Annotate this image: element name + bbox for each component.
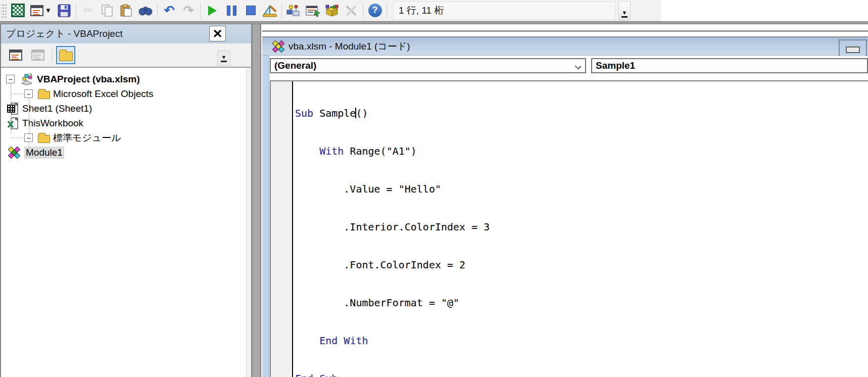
toolbar-separator [157, 3, 158, 18]
toggle-folders-button[interactable] [56, 46, 75, 64]
collapse-icon[interactable]: − [6, 75, 15, 83]
code-line[interactable]: .Font.ColorIndex = 2 [295, 259, 868, 271]
tree-item-label[interactable]: Microsoft Excel Objects [53, 88, 154, 100]
object-browser-icon[interactable] [323, 2, 341, 19]
project-panel-title: プロジェクト - VBAProject [6, 27, 123, 40]
view-object-button [28, 46, 47, 64]
vbaproject-icon [20, 73, 34, 85]
tree-connector [11, 83, 11, 134]
code-line[interactable]: End Sub [295, 372, 868, 377]
tree-item-label[interactable]: 標準モジュール [53, 131, 121, 145]
stop-icon[interactable] [242, 2, 259, 19]
find-icon[interactable] [137, 2, 154, 19]
collapse-icon[interactable]: − [24, 89, 33, 98]
toolbar-separator [387, 3, 387, 18]
margin-indicator-bar[interactable] [271, 81, 292, 377]
close-icon[interactable]: ✕ [209, 26, 226, 41]
toolbar-separator [363, 3, 363, 18]
object-dropdown-value: (General) [274, 60, 316, 71]
help-icon[interactable]: ? [366, 2, 383, 19]
code-window-client: (General) Sample1 Sub Sample() With Rang… [269, 56, 868, 377]
cut-icon: ✂ [79, 2, 97, 19]
view-code-button[interactable] [6, 46, 25, 64]
toolbar-grip[interactable] [1, 3, 7, 18]
window-frame [262, 30, 868, 32]
design-mode-icon[interactable] [261, 2, 278, 19]
project-tree: − VBAProject (vba.xlsm) − Microsoft Exce… [2, 69, 246, 377]
pause-icon[interactable] [223, 2, 240, 19]
code-line[interactable]: With Range("A1") [295, 145, 868, 158]
chevron-down-icon: ▼ [622, 10, 628, 16]
project-panel-scroll-track[interactable] [246, 24, 251, 377]
minimize-icon [846, 46, 860, 53]
view-object-dropdown-caret-icon[interactable]: ▼ [45, 7, 52, 14]
project-explorer-icon[interactable] [285, 2, 302, 19]
code-line[interactable]: .Interior.ColorIndex = 3 [295, 221, 868, 233]
module-icon [7, 147, 21, 159]
toolbox-icon [343, 2, 360, 19]
tree-connector [29, 108, 52, 109]
tree-item-label[interactable]: VBAProject (vba.xlsm) [37, 74, 140, 85]
code-line[interactable]: Sub Sample() [295, 107, 868, 120]
folder-icon [38, 135, 50, 143]
code-text[interactable]: Sub Sample() With Range("A1") .Value = "… [295, 82, 868, 377]
panel-splitter[interactable] [253, 24, 261, 377]
code-window: vba.xlsm - Module1 (コード) (General) Sampl… [262, 30, 868, 377]
tree-item-vbaproject[interactable]: − VBAProject (vba.xlsm) [2, 72, 246, 86]
code-window-title: vba.xlsm - Module1 (コード) [288, 40, 410, 53]
excel-icon[interactable] [9, 2, 26, 19]
tree-connector [29, 123, 52, 123]
toolbar-overflow-button[interactable]: ▼ [618, 1, 631, 20]
tree-connector [11, 93, 23, 94]
code-line[interactable]: .NumberFormat = "@" [295, 297, 868, 309]
tree-connector [29, 152, 52, 153]
project-panel-toolbar [1, 43, 251, 68]
tree-connector [29, 98, 29, 134]
folder-icon [38, 91, 50, 99]
worksheet-icon [7, 103, 19, 115]
project-explorer-panel: プロジェクト - VBAProject ✕ ▼ − VBAProjec [0, 24, 253, 377]
workbook-icon [7, 117, 19, 129]
toolbar-separator [281, 3, 282, 18]
toolbar-separator [76, 3, 76, 18]
project-panel-overflow-button[interactable]: ▼ [217, 51, 230, 66]
view-object-icon[interactable]: ▼ [28, 2, 54, 19]
save-icon[interactable] [56, 2, 73, 19]
object-dropdown[interactable]: (General) [270, 58, 586, 73]
chevron-down-icon: ▼ [221, 55, 227, 60]
paste-icon[interactable] [118, 2, 135, 19]
tree-item-excel-objects[interactable]: − Microsoft Excel Objects [2, 86, 246, 101]
margin-separator [292, 81, 293, 377]
procedure-dropdown[interactable]: Sample1 [591, 58, 868, 73]
window-frame [262, 56, 269, 377]
redo-icon: ↷ [180, 2, 197, 19]
toolbar-separator [52, 48, 52, 62]
copy-icon [99, 2, 116, 19]
properties-window-icon[interactable] [304, 2, 321, 19]
tree-connector [11, 137, 23, 138]
cursor-position-status: 1 行, 11 桁 [393, 2, 615, 20]
procedure-dropdown-value: Sample1 [596, 60, 635, 71]
code-line[interactable]: .Value = "Hello" [295, 183, 868, 196]
code-editor[interactable]: Sub Sample() With Range("A1") .Value = "… [270, 80, 868, 377]
module-icon [271, 40, 285, 53]
tree-item-standard-modules[interactable]: − 標準モジュール [2, 130, 246, 145]
main-toolbar: ▼ ✂ ↶ ↷ [0, 0, 661, 21]
toolbar-separator [200, 3, 201, 18]
code-line[interactable]: End With [295, 335, 868, 347]
undo-icon[interactable]: ↶ [161, 2, 178, 19]
tree-connector [29, 142, 29, 152]
run-icon[interactable] [204, 2, 221, 19]
code-window-titlebar[interactable]: vba.xlsm - Module1 (コード) [262, 36, 868, 56]
vba-editor-window: ▼ ✂ ↶ ↷ [0, 0, 868, 377]
collapse-icon[interactable]: − [24, 133, 33, 142]
chevron-down-icon[interactable] [575, 63, 582, 70]
